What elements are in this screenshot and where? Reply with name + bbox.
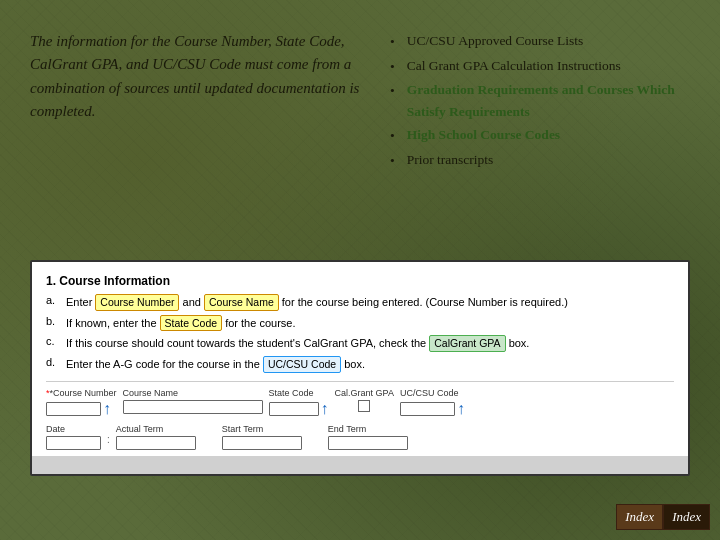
date-label: Date — [46, 424, 101, 434]
form-row-b: b. If known, enter the State Code for th… — [46, 315, 674, 332]
bullet-list: UC/CSU Approved Course Lists Cal Grant G… — [390, 30, 690, 172]
course-name-group: Course Name — [123, 388, 263, 414]
start-term-label: Start Term — [222, 424, 302, 434]
list-item-text-highlight: Graduation Requirements and Courses Whic… — [407, 79, 690, 122]
list-item-text: UC/CSU Approved Course Lists — [407, 30, 584, 52]
end-term-group: End Term — [328, 424, 408, 450]
form-row-d: d. Enter the A-G code for the course in … — [46, 356, 674, 373]
form-row-a-text: Enter Course Number and Course Name for … — [66, 294, 674, 311]
form-label-d: d. — [46, 356, 62, 368]
ucsu-field-inline: UC/CSU Code — [263, 356, 341, 373]
form-fields-row: *Course Number ↑ Course Name State Code … — [46, 381, 674, 418]
course-number-arrow: ↑ — [103, 400, 111, 418]
course-number-field-inline: Course Number — [95, 294, 179, 311]
actual-term-label: Actual Term — [116, 424, 196, 434]
course-number-label: *Course Number — [46, 388, 117, 398]
left-panel: The information for the Course Number, S… — [30, 30, 370, 250]
state-code-arrow: ↑ — [321, 400, 329, 418]
index-label-2[interactable]: Index — [663, 504, 710, 530]
form-label-a: a. — [46, 294, 62, 306]
list-item: Prior transcripts — [390, 149, 690, 172]
calgrant-checkbox[interactable] — [358, 400, 370, 412]
form-bottom-bar — [32, 456, 688, 474]
list-item: High School Course Codes — [390, 124, 690, 147]
calgrant-field-inline: CalGrant GPA — [429, 335, 505, 352]
course-number-group: *Course Number ↑ — [46, 388, 117, 418]
form-label-c: c. — [46, 335, 62, 347]
calgrant-gpa-label: Cal.Grant GPA — [335, 388, 394, 398]
list-item: Cal Grant GPA Calculation Instructions — [390, 55, 690, 78]
end-term-input[interactable] — [328, 436, 408, 450]
form-row-a: a. Enter Course Number and Course Name f… — [46, 294, 674, 311]
course-number-input[interactable] — [46, 402, 101, 416]
list-item-text: Prior transcripts — [407, 149, 494, 171]
start-term-input[interactable] — [222, 436, 302, 450]
list-item-text-highlight: High School Course Codes — [407, 124, 560, 146]
left-paragraph: The information for the Course Number, S… — [30, 30, 370, 123]
form-container: 1. Course Information a. Enter Course Nu… — [30, 260, 690, 476]
form-row-c-text: If this course should count towards the … — [66, 335, 674, 352]
form-row-b-text: If known, enter the State Code for the c… — [66, 315, 674, 332]
course-name-label: Course Name — [123, 388, 263, 398]
form-fields-row-2: Date : Actual Term Start Term End Term — [46, 422, 674, 450]
state-code-input[interactable] — [269, 402, 319, 416]
ucsu-arrow: ↑ — [457, 400, 465, 418]
list-item: Graduation Requirements and Courses Whic… — [390, 79, 690, 122]
ucsu-code-label: UC/CSU Code — [400, 388, 465, 398]
actual-term-input[interactable] — [116, 436, 196, 450]
course-name-field-inline: Course Name — [204, 294, 279, 311]
calgrant-gpa-group: Cal.Grant GPA — [335, 388, 394, 412]
ucsu-code-input[interactable] — [400, 402, 455, 416]
form-label-b: b. — [46, 315, 62, 327]
list-item: UC/CSU Approved Course Lists — [390, 30, 690, 53]
index-label-1[interactable]: Index — [616, 504, 663, 530]
date-input[interactable] — [46, 436, 101, 450]
right-panel: UC/CSU Approved Course Lists Cal Grant G… — [390, 30, 690, 250]
start-term-group: Start Term — [222, 424, 302, 450]
state-code-group: State Code ↑ — [269, 388, 329, 418]
actual-term-group: Actual Term — [116, 424, 196, 450]
course-name-input[interactable] — [123, 400, 263, 414]
ucsu-code-group: UC/CSU Code ↑ — [400, 388, 465, 418]
index-badge[interactable]: Index Index — [616, 504, 710, 530]
date-group: Date — [46, 424, 101, 450]
form-section-title: 1. Course Information — [46, 274, 674, 288]
state-code-label: State Code — [269, 388, 329, 398]
form-row-d-text: Enter the A-G code for the course in the… — [66, 356, 674, 373]
form-row-c: c. If this course should count towards t… — [46, 335, 674, 352]
end-term-label: End Term — [328, 424, 408, 434]
list-item-text: Cal Grant GPA Calculation Instructions — [407, 55, 621, 77]
state-code-field-inline: State Code — [160, 315, 223, 332]
